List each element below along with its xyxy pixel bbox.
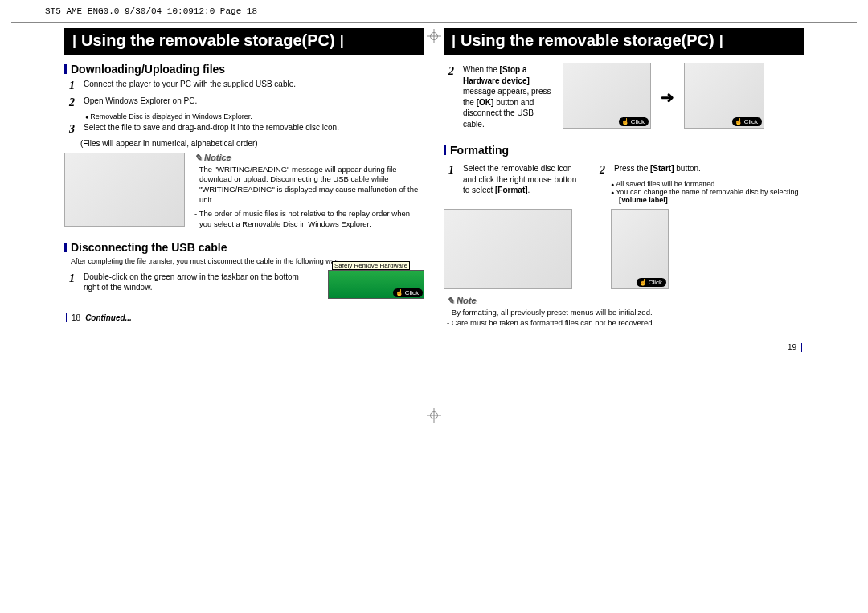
- r-step-2: 2 When the [Stop a Hardware device] mess…: [448, 64, 553, 129]
- explorer-screenshot: [64, 153, 185, 227]
- step-number-1: 1: [69, 79, 79, 94]
- click-badge-2: Click: [619, 117, 649, 126]
- right-page: | Using the removable storage(PC) | 2 Wh…: [444, 28, 804, 352]
- disc-step-1: 1 Double-click on the green arrow in the…: [69, 272, 312, 293]
- right-page-number: 19: [788, 343, 796, 352]
- explorer-format-screenshot: [444, 209, 572, 289]
- step-number-3: 3: [69, 122, 79, 137]
- stop-hardware-dialog-1: Click: [563, 63, 651, 129]
- step-2-text: Open Windows Explorer on PC.: [84, 96, 424, 111]
- disc-step-1-text: Double-click on the green arrow in the t…: [84, 272, 312, 293]
- step-2-sub: Removable Disc is displayed in Windows E…: [85, 112, 424, 121]
- step-3-sub: (Files will appear In numerical, alphabe…: [80, 139, 424, 148]
- section-disconnect: Disconnecting the USB cable: [64, 241, 424, 254]
- fmt-step-number-2: 2: [600, 163, 609, 178]
- left-page-number: 18: [72, 313, 80, 322]
- section-formatting: Formatting: [444, 144, 804, 157]
- section-downloading: Downloading/Uploading files: [64, 63, 424, 76]
- top-rule: [11, 22, 857, 23]
- step-3: 3 Select the file to save and drag-and-d…: [69, 122, 424, 137]
- page-spread: | Using the removable storage(PC) | Down…: [0, 28, 868, 352]
- title-lead-bar: |: [72, 32, 76, 49]
- note-body: By formatting, all previously preset men…: [447, 308, 804, 329]
- crop-mark-top: [428, 31, 440, 42]
- left-page: | Using the removable storage(PC) | Down…: [64, 28, 424, 352]
- left-title-text: Using the removable storage(PC): [81, 31, 335, 50]
- section-downloading-label: Downloading/Uploading files: [71, 63, 225, 76]
- fmt-step-number-1: 1: [448, 163, 458, 196]
- title-tail-bar-r: |: [719, 32, 723, 49]
- right-title-text: Using the removable storage(PC): [461, 31, 714, 50]
- right-footer: 19: [444, 343, 804, 352]
- r-step-2-text: When the [Stop a Hardware device] messag…: [463, 64, 553, 129]
- left-footer: 18 Continued...: [64, 313, 424, 322]
- step-3-text: Select the file to save and drag-and-dro…: [84, 122, 424, 137]
- click-badge-4: Click: [637, 278, 666, 287]
- left-title-bar: | Using the removable storage(PC) |: [64, 28, 424, 55]
- fmt-step-2-text: Press the [Start] button.: [614, 163, 804, 178]
- fmt-step-1-text: Select the removable disc icon and click…: [463, 163, 585, 196]
- section-disconnect-label: Disconnecting the USB cable: [71, 241, 227, 254]
- click-badge-3: Click: [732, 117, 762, 126]
- fmt-bullet-b: You can change the name of removable dis…: [611, 188, 804, 204]
- right-title-bar: | Using the removable storage(PC) |: [444, 28, 804, 55]
- section-formatting-label: Formatting: [450, 144, 509, 157]
- notice-body: The "WRITING/READING" message will appea…: [194, 165, 424, 230]
- fmt-step-2: 2 Press the [Start] button.: [600, 163, 804, 178]
- note-a: By formatting, all previously preset men…: [447, 308, 804, 318]
- notice-heading: Notice: [194, 153, 424, 163]
- continued-label: Continued...: [85, 313, 132, 322]
- step-1: 1 Connect the player to your PC with the…: [69, 79, 424, 94]
- file-meta-header: ST5 AME ENG0.0 9/30/04 10:0912:0 Page 18: [0, 0, 868, 22]
- stop-hardware-dialog-2: Click: [684, 63, 764, 129]
- explorer-row: Notice The "WRITING/READING" message wil…: [64, 153, 424, 230]
- title-tail-bar: |: [340, 32, 344, 49]
- fmt-step-1: 1 Select the removable disc icon and cli…: [448, 163, 585, 196]
- note-heading: Note: [447, 296, 804, 306]
- notice-item-b: The order of music files is not relative…: [194, 209, 424, 230]
- step-2: 2 Open Windows Explorer on PC.: [69, 96, 424, 111]
- notice-item-a: The "WRITING/READING" message will appea…: [194, 165, 424, 206]
- arrow-right-icon: ➜: [661, 88, 674, 107]
- note-b: Care must be taken as formatted files ca…: [447, 318, 804, 329]
- click-badge: Click: [393, 288, 423, 297]
- taskbar-screenshot-wrap: Safely Remove Hardware Click: [321, 270, 424, 299]
- crop-mark-middle: [428, 410, 440, 421]
- format-dialog-screenshot: Click: [611, 209, 669, 289]
- r-step-number-2: 2: [448, 64, 458, 129]
- step-number-2: 2: [69, 96, 79, 111]
- safely-remove-tooltip: Safely Remove Hardware: [332, 261, 410, 270]
- disc-step-number-1: 1: [69, 272, 79, 293]
- title-lead-bar-r: |: [452, 32, 456, 49]
- fmt-bullet-a: All saved files will be formatted.: [611, 180, 804, 188]
- step-1-text: Connect the player to your PC with the s…: [84, 79, 424, 94]
